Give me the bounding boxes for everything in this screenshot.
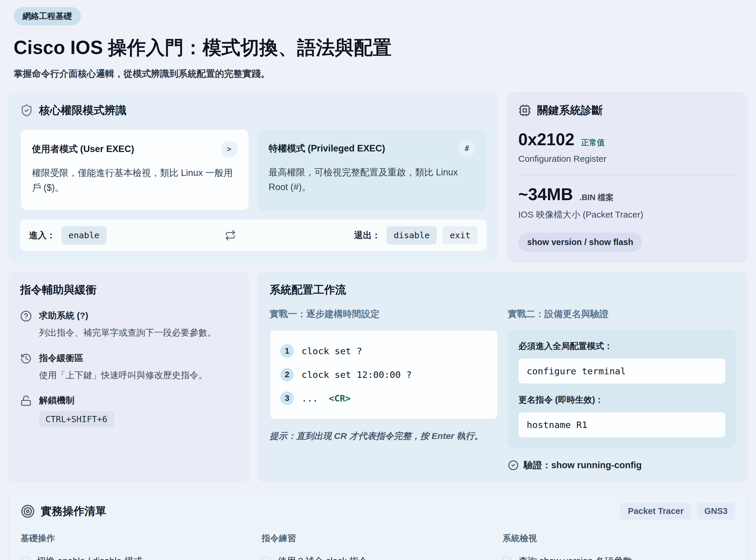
verify-text: 驗證：show running-config (524, 459, 642, 472)
helper-item-unlock: 解鎖機制 CTRL+SHIFT+6 (20, 394, 238, 427)
show-version-pill: show version / show flash (518, 233, 642, 252)
ios-image-size-label: IOS 映像檔大小 (Packet Tracer) (518, 209, 736, 221)
exit-command-chip: exit (443, 226, 478, 244)
gns3-badge: GNS3 (697, 503, 735, 520)
checklist-item-label: 查詢 show version 各項參數 (519, 555, 632, 560)
step-number: 2 (280, 368, 294, 381)
ios-image-file-tag: .BIN 檔案 (579, 192, 614, 203)
diagnostics-card-header: 關鍵系統診斷 (518, 103, 736, 118)
checklist-item: 切換 enable / disable 模式 (21, 555, 253, 560)
helper-item-desc: 使用「上下鍵」快速呼叫與修改歷史指令。 (39, 368, 207, 382)
helper-item-help-system: 求助系統 (?) 列出指令、補完單字或查詢下一段必要參數。 (20, 310, 238, 340)
practice-2-column: 實戰二：設備更名與驗證 必須進入全局配置模式： configure termin… (508, 308, 736, 472)
privileged-exec-title: 特權模式 (Privileged EXEC) (269, 142, 385, 155)
unlock-shortcut-chip: CTRL+SHIFT+6 (39, 411, 114, 427)
mode-grid: 使用者模式 (User EXEC) > 權限受限，僅能進行基本檢視，類比 Lin… (20, 129, 486, 211)
check-circle-icon (508, 460, 519, 471)
ios-image-size-value: ~34MB (518, 184, 573, 204)
checklist-group-practice: 指令練習 使用？補全 clock 指令 設定系統時間並 show clock (262, 533, 494, 560)
help-circle-icon (20, 310, 32, 322)
config-register-status: 正常值 (581, 137, 605, 148)
checklist-group-inspect: 系統檢視 查詢 show version 各項參數 檢核 hostname 寫入… (503, 533, 735, 560)
user-exec-prompt-badge: > (221, 141, 237, 157)
page-title: Cisco IOS 操作入門：模式切換、語法與配置 (14, 35, 748, 61)
page: 網絡工程基礎 Cisco IOS 操作入門：模式切換、語法與配置 掌握命令行介面… (0, 0, 756, 560)
checklist-group-header: 系統檢視 (503, 533, 735, 544)
step-code: clock set 12:00:00 ? (301, 369, 412, 380)
mode-switch-bar: 進入： enable 退出： disable exit (20, 220, 486, 251)
modes-card: 核心權限模式辨識 使用者模式 (User EXEC) > 權限受限，僅能進行基本… (8, 92, 498, 263)
checklist-group-header: 指令練習 (262, 533, 494, 544)
user-exec-title: 使用者模式 (User EXEC) (32, 143, 134, 155)
modes-card-header: 核心權限模式辨識 (20, 103, 486, 118)
config-register-label: Configuration Register (518, 154, 736, 164)
user-exec-card: 使用者模式 (User EXEC) > 權限受限，僅能進行基本檢視，類比 Lin… (20, 129, 249, 211)
enter-label: 進入： (29, 229, 56, 241)
checklist-item-label: 切換 enable / disable 模式 (37, 555, 142, 560)
history-icon (20, 353, 32, 364)
step-number: 1 (280, 344, 294, 358)
disable-command-chip: disable (386, 226, 437, 244)
checklist-card: 實務操作清單 Packet Tracer GNS3 基礎操作 切換 enable… (8, 491, 748, 560)
configure-terminal-codebox: configure terminal (519, 359, 725, 383)
helper-card: 指令輔助與緩衝 求助系統 (?) 列出指令、補完單字或查詢下一段必要參數。 (8, 271, 250, 483)
target-icon (21, 504, 35, 518)
checklist-item: 查詢 show version 各項參數 (503, 555, 735, 560)
helper-item-title: 解鎖機制 (39, 394, 114, 406)
global-config-label: 必須進入全局配置模式： (519, 340, 725, 352)
page-subtitle: 掌握命令行介面核心邏輯，從模式辨識到系統配置的完整實踐。 (14, 67, 748, 80)
step-code: clock set ? (301, 346, 362, 356)
privileged-exec-card: 特權模式 (Privileged EXEC) # 最高權限，可檢視完整配置及重啟… (258, 129, 487, 211)
user-exec-desc: 權限受限，僅能進行基本檢視，類比 Linux 一般用戶 ($)。 (32, 166, 237, 195)
top-row: 核心權限模式辨識 使用者模式 (User EXEC) > 權限受限，僅能進行基本… (8, 92, 748, 263)
diagnostics-card-title: 關鍵系統診斷 (537, 103, 603, 118)
code-step-row: 2 clock set 12:00:00 ? (280, 363, 487, 386)
code-step-row: 1 clock set ? (280, 339, 487, 363)
cpu-icon (518, 104, 531, 117)
rename-command-label: 更名指令 (即時生效)： (519, 394, 725, 406)
checkbox[interactable] (262, 557, 271, 560)
category-badge: 網絡工程基礎 (14, 7, 81, 25)
exit-label: 退出： (354, 229, 381, 241)
repeat-icon (225, 230, 236, 241)
step-code-cr: <CR> (329, 393, 351, 403)
step-code: ... (301, 393, 318, 403)
code-step-row: 3 ... <CR> (280, 386, 487, 410)
checklist-card-title: 實務操作清單 (41, 504, 106, 519)
packet-tracer-badge: Packet Tracer (620, 503, 691, 520)
checkbox[interactable] (21, 557, 29, 560)
step-number: 3 (280, 392, 294, 405)
middle-row: 指令輔助與緩衝 求助系統 (?) 列出指令、補完單字或查詢下一段必要參數。 (8, 271, 748, 483)
helper-item-title: 求助系統 (?) (39, 310, 216, 322)
unlock-icon (20, 395, 32, 407)
modes-card-title: 核心權限模式辨識 (39, 103, 126, 118)
diagnostics-card: 關鍵系統診斷 0x2102 正常值 Configuration Register… (506, 92, 748, 263)
workflow-card: 系統配置工作流 實戰一：逐步建構時間設定 1 clock set ? 2 clo… (258, 271, 748, 483)
helper-card-title: 指令輔助與緩衝 (20, 282, 97, 297)
enable-command-chip: enable (61, 226, 106, 244)
helper-item-desc: 列出指令、補完單字或查詢下一段必要參數。 (39, 326, 216, 340)
practice-1-column: 實戰一：逐步建構時間設定 1 clock set ? 2 clock set 1… (270, 308, 498, 472)
practice-1-header: 實戰一：逐步建構時間設定 (270, 308, 498, 320)
workflow-card-title: 系統配置工作流 (270, 282, 346, 297)
shield-check-icon (20, 104, 33, 117)
practice-2-header: 實戰二：設備更名與驗證 (508, 308, 736, 320)
clock-steps-code-card: 1 clock set ? 2 clock set 12:00:00 ? 3 .… (270, 330, 498, 419)
helper-item-title: 指令緩衝區 (39, 352, 207, 364)
config-register-value: 0x2102 (518, 129, 574, 149)
verify-row: 驗證：show running-config (508, 459, 736, 472)
privileged-exec-desc: 最高權限，可檢視完整配置及重啟，類比 Linux Root (#)。 (269, 165, 475, 195)
practice-1-hint: 提示：直到出現 CR 才代表指令完整，按 Enter 執行。 (270, 430, 498, 442)
checklist-item: 使用？補全 clock 指令 (262, 555, 494, 560)
rename-panel: 必須進入全局配置模式： configure terminal 更名指令 (即時生… (508, 330, 736, 448)
checklist-group-header: 基礎操作 (21, 533, 253, 544)
divider (518, 175, 736, 175)
hostname-codebox: hostname R1 (519, 413, 725, 437)
helper-item-history-buffer: 指令緩衝區 使用「上下鍵」快速呼叫與修改歷史指令。 (20, 352, 238, 382)
checklist-group-basics: 基礎操作 切換 enable / disable 模式 觀察 exit 與 lo… (21, 533, 253, 560)
checklist-item-label: 使用？補全 clock 指令 (278, 555, 368, 560)
checkbox[interactable] (503, 557, 512, 560)
privileged-exec-prompt-badge: # (459, 140, 475, 157)
